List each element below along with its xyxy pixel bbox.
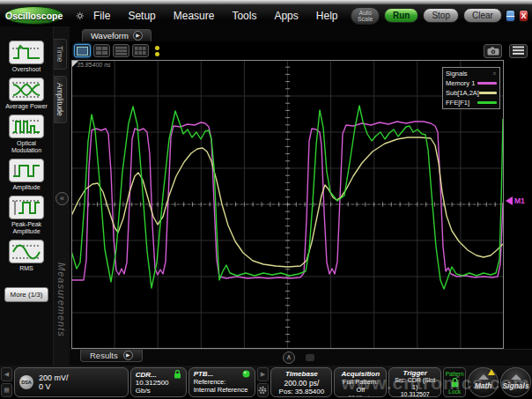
sidebar-item-overshoot[interactable]: Overshoot xyxy=(2,41,51,73)
signals-legend[interactable]: Signals « Memory 1 Sub[1A,2A] FFE[F1] xyxy=(442,67,500,109)
menu-setup[interactable]: Setup xyxy=(119,10,164,22)
scroll-signals-left-button[interactable]: ◀ xyxy=(1,367,12,381)
legend-collapse-icon[interactable]: « xyxy=(492,72,499,76)
stop-button[interactable]: Stop xyxy=(423,8,459,23)
results-bar: Results ▶ ∧ xyxy=(70,349,532,366)
cdr-rate: 10.312500 Gb/s xyxy=(136,379,181,395)
legend-title: Signals xyxy=(446,70,468,78)
trigger-panel[interactable]: Trigger Src: CDR (Slot 1) 10.312507 Gb/s… xyxy=(388,367,441,397)
menu-apps[interactable]: Apps xyxy=(265,10,307,22)
keyboard-button[interactable]: ▦ xyxy=(1,383,12,397)
marker-dot-2[interactable] xyxy=(155,52,159,56)
measurements-sidebar: Overshoot Average Power xyxy=(0,26,53,366)
ptb-reference-label: Reference: xyxy=(194,378,250,386)
math-button[interactable]: Math xyxy=(468,367,499,397)
menubar: Oscilloscope File Setup Measure Tools Ap… xyxy=(0,4,532,26)
timebase-position: Pos: 35.85400 ns xyxy=(276,388,327,397)
average-power-icon xyxy=(9,78,44,101)
waveform-toolbar xyxy=(70,41,532,60)
oscilloscope-app-window: Oscilloscope File Setup Measure Tools Ap… xyxy=(0,0,532,399)
more-measurements-button[interactable]: More (1/3) xyxy=(4,287,48,302)
hamburger-menu-icon xyxy=(513,46,524,55)
statusbar: ◀ ▦ DSA 200 mV/ 0 V CDR... 10.312500 Gb/… xyxy=(0,366,532,399)
timebase-panel[interactable]: Timebase 200.00 ps/ Pos: 35.85400 ns xyxy=(270,367,332,397)
waveform-plot-area[interactable]: 35.85400 ns Signals « Memory 1 Sub[1A,2A… xyxy=(70,60,532,349)
channel-panel[interactable]: DSA 200 mV/ 0 V xyxy=(14,367,129,397)
pattern-lock-bottom-label: Lock xyxy=(448,388,461,395)
plot-timestamp-label: 35.85400 ns xyxy=(77,62,111,68)
collapse-sidebar-button[interactable]: « xyxy=(55,192,69,205)
timebase-scale: 200.00 ps/ xyxy=(276,379,327,388)
optical-modulation-icon xyxy=(9,115,44,138)
peak-peak-amplitude-icon xyxy=(9,196,44,219)
menu-tools[interactable]: Tools xyxy=(223,10,265,22)
marker-m1[interactable]: M1 xyxy=(506,196,525,205)
touch-settings-icon[interactable] xyxy=(76,9,85,23)
m1-triangle-icon xyxy=(506,196,513,205)
measurement-tabstrip: Time Amplitude « Measurements xyxy=(53,26,70,366)
cdr-panel[interactable]: CDR... 10.312500 Gb/s LBW: 6.186 MHz xyxy=(130,367,187,397)
tab-menu-play-icon[interactable]: ▶ xyxy=(133,31,143,41)
camera-icon xyxy=(487,47,499,55)
menu-file[interactable]: File xyxy=(85,10,119,22)
m1-label: M1 xyxy=(514,196,525,205)
tab-results[interactable]: Results ▶ xyxy=(80,350,143,362)
marker-dots xyxy=(155,46,159,56)
rms-icon xyxy=(9,240,44,263)
cdr-title: CDR... xyxy=(136,371,157,379)
channel-scale: 200 mV/ xyxy=(39,373,69,382)
gear-icon xyxy=(258,386,267,395)
layout-single-button[interactable] xyxy=(74,44,91,57)
pattern-lock-button[interactable]: Pattern Lock xyxy=(443,367,466,397)
menu-help[interactable]: Help xyxy=(307,10,347,22)
tab-time[interactable]: Time xyxy=(54,39,67,70)
display-menu-button[interactable] xyxy=(509,44,528,58)
results-handle[interactable] xyxy=(306,354,314,361)
waveform-grid xyxy=(71,60,504,349)
minimize-button[interactable]: — xyxy=(506,10,515,22)
pattern-lock-top-label: Pattern xyxy=(446,371,464,377)
trigger-source: Src: CDR (Slot 1) xyxy=(394,377,436,391)
screenshot-camera-button[interactable] xyxy=(484,44,502,58)
sub1a2a-swatch xyxy=(479,92,497,94)
sidebar-item-peak-peak-amplitude[interactable]: Peak-Peak Amplitude xyxy=(2,196,51,235)
results-menu-play-icon[interactable]: ▶ xyxy=(123,351,133,360)
tab-waveform[interactable]: Waveform ▶ xyxy=(82,29,151,41)
marker-dot-1[interactable] xyxy=(155,46,159,50)
auto-scale-button[interactable]: Auto Scale xyxy=(351,7,379,25)
ptb-reference-value: Internal Reference xyxy=(194,386,250,394)
settings-gear-button[interactable] xyxy=(257,383,270,397)
cdr-lock-icon xyxy=(174,370,181,379)
tab-amplitude[interactable]: Amplitude xyxy=(54,76,67,123)
legend-row-sub1a2a: Sub[1A,2A] xyxy=(446,89,497,97)
scroll-signals-right-button[interactable]: ▶ xyxy=(257,367,270,381)
close-button[interactable]: X xyxy=(519,10,528,22)
signals-up-arrow-icon xyxy=(511,374,521,380)
sidebar-item-optical-modulation[interactable]: Optical Modulation xyxy=(2,115,51,154)
warning-icon xyxy=(488,369,495,375)
sidebar-item-average-power[interactable]: Average Power xyxy=(2,78,51,110)
signals-button[interactable]: Signals xyxy=(500,367,531,397)
expand-results-button[interactable]: ∧ xyxy=(283,351,295,364)
run-button[interactable]: Run xyxy=(384,8,418,23)
overshoot-icon xyxy=(9,41,44,64)
legend-row-memory1: Memory 1 xyxy=(446,79,497,87)
layout-grid-button[interactable] xyxy=(132,44,149,57)
amplitude-icon xyxy=(9,159,44,182)
layout-quad-button[interactable] xyxy=(93,44,110,57)
ptb-panel[interactable]: PTB... Reference: Internal Reference xyxy=(188,367,255,397)
trigger-rate: 10.312507 Gb/s xyxy=(394,391,436,397)
ptb-title: PTB... xyxy=(194,370,214,378)
sidebar-item-rms[interactable]: RMS xyxy=(2,240,51,272)
acquisition-title: Acquisition xyxy=(339,370,381,378)
dsa-channel-badge: DSA xyxy=(19,375,33,389)
acquisition-pattern: Full Pattern: Off xyxy=(339,378,381,394)
math-up-arrow-icon xyxy=(478,374,489,380)
menu-measure[interactable]: Measure xyxy=(165,10,224,22)
channel-offset: 0 V xyxy=(39,382,69,391)
sidebar-item-amplitude[interactable]: Amplitude xyxy=(2,159,51,191)
clear-button[interactable]: Clear xyxy=(463,8,502,23)
acquisition-panel[interactable]: Acquisition Full Pattern: Off 2345 pts xyxy=(334,367,387,397)
oscilloscope-logo: Oscilloscope xyxy=(4,6,63,25)
layout-rows-button[interactable] xyxy=(113,44,129,57)
